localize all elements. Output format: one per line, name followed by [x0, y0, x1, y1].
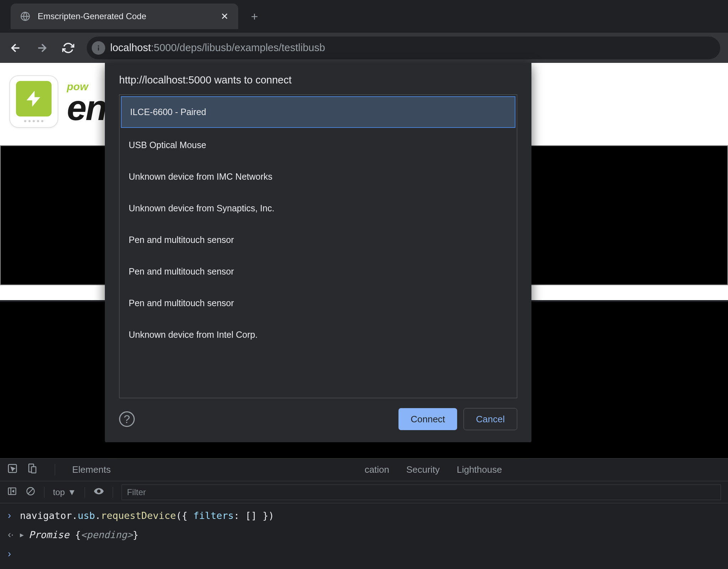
- output-chevron-icon: ‹·: [8, 527, 15, 543]
- context-selector[interactable]: top ▼: [53, 487, 76, 497]
- device-item[interactable]: Pen and multitouch sensor: [119, 224, 517, 256]
- url-text: localhost:5000/deps/libusb/examples/test…: [110, 42, 325, 54]
- tab-performance[interactable]: [258, 464, 294, 475]
- tab-application[interactable]: cation: [352, 464, 390, 475]
- new-tab-button[interactable]: +: [246, 8, 263, 25]
- tab-memory[interactable]: [311, 464, 334, 475]
- reload-button[interactable]: [60, 40, 76, 56]
- device-item[interactable]: USB Optical Mouse: [119, 129, 517, 161]
- tab-network[interactable]: [213, 464, 241, 475]
- devtools-panel: Elements cation Security Lighthouse top …: [0, 458, 728, 569]
- eye-icon[interactable]: [93, 486, 104, 499]
- info-icon[interactable]: [92, 41, 105, 55]
- clear-console-icon[interactable]: [26, 486, 36, 498]
- tab-elements[interactable]: Elements: [72, 464, 111, 475]
- help-icon[interactable]: ?: [119, 411, 135, 427]
- device-item[interactable]: Pen and multitouch sensor: [119, 287, 517, 319]
- input-chevron-icon: ›: [8, 508, 15, 524]
- tab-lighthouse[interactable]: Lighthouse: [457, 464, 502, 475]
- svg-rect-5: [32, 467, 36, 473]
- expand-icon[interactable]: ▶: [20, 530, 24, 541]
- inspect-icon[interactable]: [7, 463, 18, 476]
- connect-button[interactable]: Connect: [398, 408, 457, 430]
- console-output[interactable]: › navigator.usb.requestDevice({ filters:…: [0, 503, 728, 567]
- device-list: ILCE-6600 - Paired USB Optical Mouse Unk…: [119, 94, 517, 398]
- device-item[interactable]: Unknown device from Intel Corp.: [119, 319, 517, 351]
- svg-rect-2: [98, 47, 99, 50]
- close-icon[interactable]: ✕: [220, 11, 230, 21]
- device-item[interactable]: Unknown device from Synaptics, Inc.: [119, 193, 517, 224]
- tab-sources[interactable]: [173, 464, 196, 475]
- filter-input[interactable]: Filter: [122, 484, 721, 500]
- usb-device-dialog: http://localhost:5000 wants to connect I…: [105, 63, 531, 442]
- dialog-title: http://localhost:5000 wants to connect: [105, 63, 531, 94]
- console-output-line: ‹· ▶ Promise {<pending>}: [0, 525, 728, 544]
- device-toggle-icon[interactable]: [27, 463, 38, 476]
- forward-button[interactable]: [34, 40, 50, 56]
- cancel-button[interactable]: Cancel: [464, 408, 517, 430]
- browser-tab[interactable]: Emscripten-Generated Code ✕: [11, 4, 238, 29]
- console-input-line: › navigator.usb.requestDevice({ filters:…: [0, 506, 728, 525]
- wordmark: pow en: [67, 81, 106, 123]
- tab-security[interactable]: Security: [406, 464, 440, 475]
- device-item[interactable]: ILCE-6600 - Paired: [121, 96, 515, 128]
- tab-title: Emscripten-Generated Code: [38, 11, 213, 21]
- device-item[interactable]: Unknown device from IMC Networks: [119, 161, 517, 193]
- address-bar[interactable]: localhost:5000/deps/libusb/examples/test…: [87, 37, 720, 59]
- svg-point-1: [98, 45, 99, 47]
- svg-point-8: [98, 490, 100, 492]
- sidebar-toggle-icon[interactable]: [7, 486, 17, 498]
- globe-icon: [19, 10, 31, 22]
- console-prompt[interactable]: ›: [0, 544, 728, 564]
- input-chevron-icon: ›: [8, 546, 15, 562]
- tab-console[interactable]: [128, 464, 156, 475]
- emscripten-logo: [9, 75, 58, 128]
- device-item[interactable]: Pen and multitouch sensor: [119, 256, 517, 287]
- back-button[interactable]: [8, 40, 23, 56]
- chevron-down-icon: ▼: [68, 487, 76, 497]
